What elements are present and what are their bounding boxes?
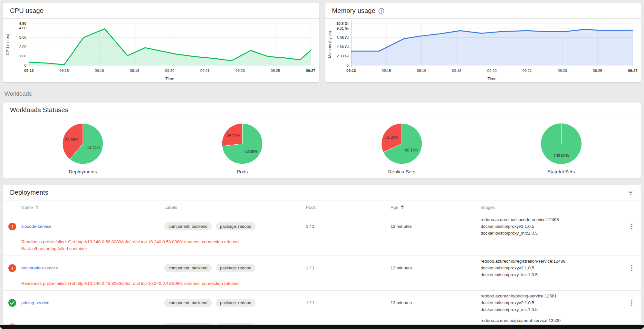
- svg-text:73.08%: 73.08%: [245, 149, 258, 154]
- dashboard-page: CPU usage 01.002.003.004.004.5009:1309:1…: [0, 0, 644, 329]
- image-name: redooo.azurecr.io/zipcode-service:12498: [481, 216, 559, 223]
- deployment-link[interactable]: zipcode-service: [21, 224, 52, 229]
- svg-text:09:27: 09:27: [628, 69, 637, 73]
- deployment-link[interactable]: pricing-service: [21, 300, 49, 305]
- kebab-menu-icon[interactable]: [629, 263, 634, 273]
- column-header-pods: Pods: [306, 205, 391, 210]
- column-header-name[interactable]: Name: [21, 205, 164, 210]
- image-name: redooo.azurecr.io/payment-service:12500: [481, 317, 561, 324]
- column-header-images: Images: [481, 205, 623, 210]
- svg-text:6.98 Gi: 6.98 Gi: [336, 36, 348, 40]
- workload-status-pie: 61.11%38.89% Deployments: [3, 123, 163, 174]
- svg-text:!: !: [11, 265, 13, 271]
- age-cell: 13 minutes: [390, 256, 481, 280]
- deployments-table-header: Name Labels Pods Age Images: [3, 200, 641, 214]
- svg-text:10.5 Gi: 10.5 Gi: [336, 22, 349, 25]
- svg-text:09:25: 09:25: [593, 69, 602, 73]
- svg-text:09:16: 09:16: [417, 69, 426, 73]
- error-line: Readiness probe failed: Get http://10.24…: [21, 238, 641, 245]
- name-cell: registration-service: [21, 256, 164, 280]
- svg-text:1.00: 1.00: [19, 54, 26, 58]
- deployments-header: Deployments: [3, 185, 641, 200]
- pie-chart: 100.00%: [541, 123, 582, 164]
- warning-icon: !: [8, 264, 16, 272]
- deployments-title: Deployments: [10, 189, 48, 196]
- memory-card-header: Memory usage: [325, 3, 641, 19]
- table-row: ! zipcode-service component: backendpack…: [3, 214, 641, 256]
- bottom-bar: [0, 325, 644, 329]
- workload-status-pie: 100.00% Stateful Sets: [481, 123, 641, 174]
- status-cell: !: [3, 256, 21, 280]
- warning-icon: !: [8, 323, 16, 325]
- pie-caption: Pods: [237, 169, 248, 174]
- svg-text:09:16: 09:16: [95, 69, 104, 73]
- deployments-table-body: ! zipcode-service component: backendpack…: [3, 214, 641, 324]
- success-icon: [8, 299, 16, 307]
- kebab-menu-icon[interactable]: [629, 222, 634, 231]
- status-cell: !: [3, 315, 21, 324]
- pods-cell: 1 / 1: [306, 291, 391, 315]
- svg-text:09:15: 09:15: [381, 69, 391, 73]
- svg-text:Memory (bytes): Memory (bytes): [328, 31, 332, 58]
- memory-card-title: Memory usage: [332, 7, 376, 15]
- name-cell: payment-service: [21, 315, 164, 324]
- cpu-card-title: CPU usage: [10, 7, 43, 15]
- svg-text:09:21: 09:21: [200, 69, 210, 73]
- column-header-age[interactable]: Age: [390, 205, 481, 210]
- column-header-labels: Labels: [164, 205, 306, 210]
- svg-text:9.31 Gi: 9.31 Gi: [336, 26, 348, 30]
- usage-charts-row: CPU usage 01.002.003.004.004.5009:1309:1…: [0, 0, 644, 82]
- labels-cell: component: backendpackage: redooo: [164, 256, 306, 280]
- svg-text:09:25: 09:25: [271, 69, 280, 73]
- deployment-link[interactable]: registration-service: [21, 266, 58, 270]
- cpu-usage-card: CPU usage 01.002.003.004.004.5009:1309:1…: [3, 3, 319, 82]
- sort-arrows-icon: [401, 205, 404, 209]
- svg-text:Time: Time: [487, 77, 496, 81]
- warning-icon: !: [8, 222, 16, 231]
- age-cell: 13 minutes: [390, 214, 481, 238]
- label-chip: package: redooo: [216, 264, 255, 272]
- error-line: Back-off restarting failed container: [21, 245, 641, 252]
- svg-text:0: 0: [24, 63, 26, 67]
- label-chip: package: redooo: [216, 323, 255, 324]
- name-cell: zipcode-service: [21, 214, 164, 238]
- svg-text:3.00: 3.00: [19, 35, 26, 39]
- table-row: ! payment-service component: backendpack…: [3, 315, 641, 324]
- svg-text:09:13: 09:13: [346, 69, 356, 73]
- kebab-menu-icon[interactable]: [629, 298, 634, 308]
- pods-cell: 1 / 1: [306, 214, 391, 238]
- error-messages: Readiness probe failed: Get http://10.24…: [21, 238, 641, 256]
- svg-text:26.92%: 26.92%: [227, 134, 240, 138]
- kebab-menu-icon[interactable]: [629, 323, 634, 325]
- svg-text:09:15: 09:15: [60, 69, 69, 73]
- pie-chart: 61.11%38.89%: [62, 123, 103, 164]
- name-cell: pricing-service: [21, 291, 164, 315]
- labels-cell: component: backendpackage: redooo: [164, 291, 306, 315]
- image-name: docker.io/istio/proxy_init:1.0.5: [481, 271, 538, 278]
- pie-chart: 73.08%26.92%: [222, 123, 263, 164]
- age-cell: 13 minutes: [390, 315, 481, 324]
- memory-usage-card: Memory usage 02.33 Gi4.66 Gi6.98 Gi9.31 …: [325, 3, 641, 82]
- table-row: pricing-service component: backendpackag…: [3, 291, 641, 315]
- label-chip: component: backend: [164, 299, 212, 307]
- pods-cell: 1 / 1: [306, 256, 391, 280]
- svg-text:4.66 Gi: 4.66 Gi: [336, 45, 348, 49]
- label-chip: component: backend: [164, 222, 212, 230]
- filter-list-icon[interactable]: [628, 189, 634, 196]
- info-icon[interactable]: [378, 8, 384, 14]
- images-cell: redooo.azurecr.io/payment-service:12500d…: [481, 315, 623, 324]
- label-chip: component: backend: [164, 323, 212, 324]
- actions-cell: [623, 256, 641, 280]
- status-cell: !: [3, 214, 21, 238]
- svg-text:09:23: 09:23: [558, 69, 567, 73]
- image-name: docker.io/istio/proxyv2:1.0.5: [481, 223, 534, 230]
- svg-text:68.18%: 68.18%: [405, 148, 418, 152]
- svg-text:100.00%: 100.00%: [553, 153, 569, 158]
- workload-statuses-card: Workloads Statuses 61.11%38.89% Deployme…: [3, 102, 641, 179]
- svg-text:4.00: 4.00: [19, 26, 26, 30]
- labels-cell: component: backendpackage: redooo: [164, 214, 306, 238]
- svg-text:09:13: 09:13: [24, 69, 34, 73]
- svg-text:09:27: 09:27: [306, 69, 315, 73]
- label-chip: package: redooo: [216, 299, 255, 307]
- image-name: docker.io/istio/proxy_init:1.0.5: [481, 230, 538, 237]
